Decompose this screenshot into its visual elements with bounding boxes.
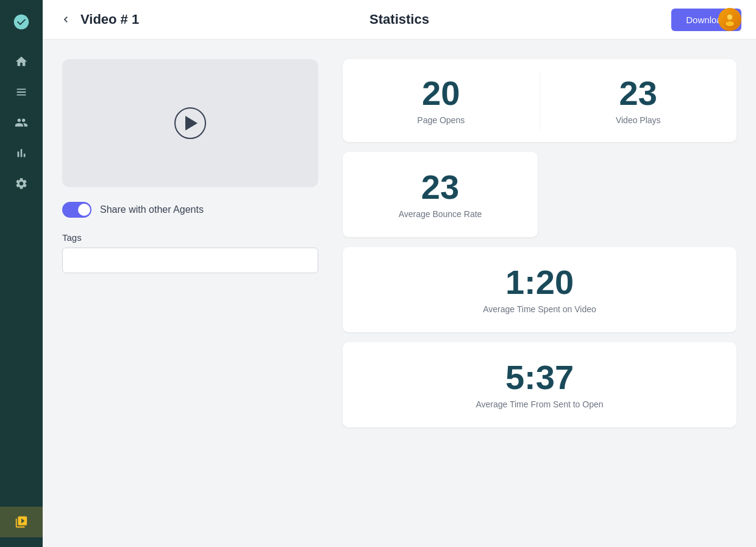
content-area: Share with other Agents Tags 20 Page Ope…: [43, 40, 756, 547]
toggle-slider: [62, 202, 91, 218]
video-thumbnail[interactable]: [62, 59, 318, 187]
avg-time-video-label: Average Time Spent on Video: [483, 304, 596, 314]
header: Video # 1 Statistics Download: [43, 0, 756, 40]
sidebar-item-reports[interactable]: [0, 77, 43, 107]
avg-time-open-label: Average Time From Sent to Open: [476, 399, 603, 409]
left-panel: Share with other Agents Tags: [62, 59, 318, 527]
top-stats-card: 20 Page Opens 23 Video Plays: [343, 59, 736, 142]
page-opens-value: 20: [422, 76, 460, 110]
avatar-image: [718, 8, 741, 31]
play-button[interactable]: [174, 107, 206, 139]
avg-time-open-value: 5:37: [505, 360, 574, 395]
share-label: Share with other Agents: [100, 204, 204, 215]
sidebar-item-home[interactable]: [0, 46, 43, 77]
avg-time-video-value: 1:20: [505, 265, 574, 299]
stats-panel: 20 Page Opens 23 Video Plays 23 Average …: [343, 59, 736, 527]
sidebar-item-users[interactable]: [0, 107, 43, 138]
sidebar-item-settings[interactable]: [0, 168, 43, 199]
page-opens-card: 20 Page Opens: [343, 59, 540, 142]
tags-label: Tags: [62, 232, 318, 243]
share-toggle-row: Share with other Agents: [62, 202, 318, 218]
bounce-rate-card: 23 Average Bounce Rate: [343, 152, 538, 237]
share-toggle[interactable]: [62, 202, 91, 218]
header-right: Download: [671, 9, 741, 31]
tags-section: Tags: [62, 232, 318, 273]
sidebar: [0, 0, 43, 547]
avg-time-open-card: 5:37 Average Time From Sent to Open: [343, 342, 736, 427]
video-plays-value: 23: [619, 76, 657, 110]
sidebar-item-analytics[interactable]: [0, 138, 43, 168]
tags-input[interactable]: [62, 248, 318, 273]
app-logo[interactable]: [9, 10, 34, 34]
bounce-rate-label: Average Bounce Rate: [399, 209, 482, 219]
play-icon: [185, 116, 198, 130]
main-content: Video # 1 Statistics Download: [43, 0, 756, 547]
svg-point-2: [727, 15, 733, 20]
video-plays-card: 23 Video Plays: [540, 59, 737, 142]
avatar: [718, 8, 741, 31]
header-left: Video # 1: [57, 11, 139, 28]
svg-point-3: [726, 21, 734, 26]
page-opens-label: Page Opens: [417, 115, 465, 125]
stats-title: Statistics: [369, 12, 429, 27]
bounce-rate-value: 23: [421, 170, 459, 204]
avg-time-video-card: 1:20 Average Time Spent on Video: [343, 247, 736, 332]
video-plays-label: Video Plays: [616, 115, 661, 125]
sidebar-item-video[interactable]: [0, 507, 43, 537]
page-title: Video # 1: [80, 12, 139, 27]
back-button[interactable]: [57, 11, 74, 28]
